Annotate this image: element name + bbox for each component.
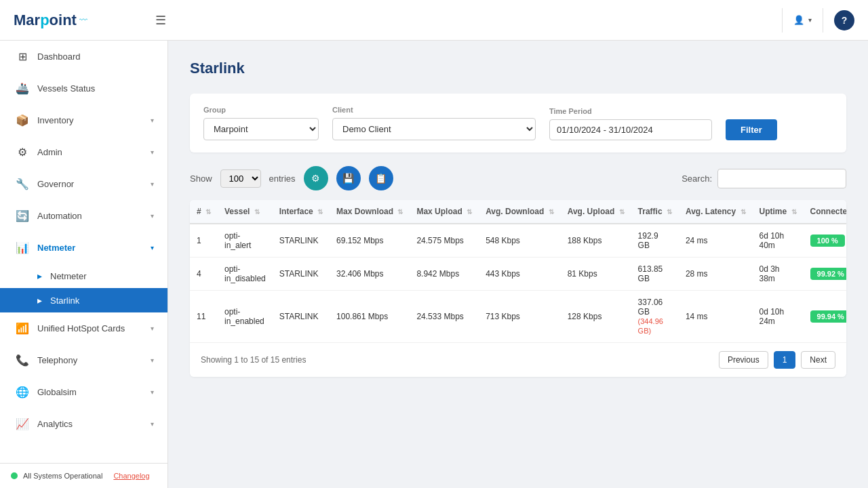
- cell-traffic: 192.9 GB: [631, 224, 679, 258]
- sidebar-item-admin[interactable]: ⚙ Admin ▾: [0, 136, 167, 168]
- entries-select[interactable]: 100 25 50: [220, 169, 261, 188]
- time-period-input[interactable]: [549, 119, 712, 140]
- sidebar-item-dashboard[interactable]: ⊞ Dashboard: [0, 41, 167, 73]
- connected-badge: 100 %: [810, 235, 845, 247]
- table-row: 4 opti-in_disabled STARLINK 32.406 Mbps …: [190, 258, 846, 291]
- col-interface[interactable]: Interface ⇅: [273, 200, 330, 224]
- main-content: Starlink Group Marpoint Client Demo Clie…: [168, 41, 868, 488]
- cell-avg-latency: 14 ms: [679, 291, 753, 343]
- client-filter: Client Demo Client: [332, 106, 536, 140]
- chevron-down-icon: ▾: [151, 148, 154, 156]
- sidebar-sub-item-label: Starlink: [50, 296, 79, 306]
- telephony-icon: 📞: [16, 354, 29, 367]
- sidebar-item-globalsim[interactable]: 🌐 Globalsim ▾: [0, 376, 167, 408]
- cell-avg-latency: 28 ms: [679, 258, 753, 291]
- sidebar-sub-item-netmeter[interactable]: ▸ Netmeter: [0, 264, 167, 288]
- export-icon-button[interactable]: 💾: [336, 166, 361, 190]
- user-icon: 👤: [793, 15, 804, 25]
- cell-avg-upload: 128 Kbps: [561, 291, 631, 343]
- sidebar-item-label: Unified HotSpot Cards: [37, 323, 125, 333]
- sidebar-item-unified-hotspot[interactable]: 📶 Unified HotSpot Cards ▾: [0, 312, 167, 344]
- col-avg-latency[interactable]: Avg. Latency ⇅: [679, 200, 753, 224]
- cell-avg-download: 713 Kbps: [479, 291, 561, 343]
- connected-badge: 99.94 %: [810, 310, 846, 323]
- col-avg-upload[interactable]: Avg. Upload ⇅: [561, 200, 631, 224]
- sidebar-item-label: Netmeter: [37, 243, 75, 253]
- changelog-link[interactable]: Changelog: [113, 472, 149, 480]
- cell-avg-download: 548 Kbps: [479, 224, 561, 258]
- client-label: Client: [332, 106, 536, 114]
- group-filter: Group Marpoint: [203, 106, 319, 140]
- connected-badge: 99.92 %: [810, 268, 846, 280]
- copy-icon-button[interactable]: 📋: [369, 166, 393, 190]
- showing-text: Showing 1 to 15 of 15 entries: [201, 355, 306, 365]
- pagination-row: Showing 1 to 15 of 15 entries Previous 1…: [190, 342, 846, 377]
- vessels-icon: 🚢: [16, 82, 29, 95]
- group-label: Group: [203, 106, 319, 114]
- sidebar-item-vessels-status[interactable]: 🚢 Vessels Status: [0, 73, 167, 104]
- pagination-buttons: Previous 1 Next: [719, 351, 835, 369]
- inventory-icon: 📦: [16, 114, 29, 127]
- col-max-download[interactable]: Max Download ⇅: [330, 200, 410, 224]
- col-uptime[interactable]: Uptime ⇅: [753, 200, 804, 224]
- col-traffic[interactable]: Traffic ⇅: [631, 200, 679, 224]
- cell-connected: 99.92 %: [804, 258, 846, 291]
- cell-connected: 100 %: [804, 224, 846, 258]
- col-avg-download[interactable]: Avg. Download ⇅: [479, 200, 561, 224]
- cell-interface: STARLINK: [273, 291, 330, 343]
- sidebar-item-netmeter[interactable]: 📊 Netmeter ▾: [0, 232, 167, 264]
- col-num[interactable]: # ⇅: [190, 200, 218, 224]
- sidebar-item-label: Telephony: [37, 355, 77, 365]
- globalsim-icon: 🌐: [16, 386, 29, 399]
- cell-avg-latency: 24 ms: [679, 224, 753, 258]
- col-connected[interactable]: Connected% ⇅: [804, 200, 846, 224]
- menu-toggle-icon[interactable]: ☰: [155, 13, 166, 28]
- sidebar-item-analytics[interactable]: 📈 Analytics ▾: [0, 408, 167, 440]
- help-button[interactable]: ?: [834, 10, 854, 30]
- governor-icon: 🔧: [16, 178, 29, 190]
- client-select[interactable]: Demo Client: [332, 118, 536, 140]
- entries-label: entries: [269, 174, 296, 184]
- sidebar-item-telephony[interactable]: 📞 Telephony ▾: [0, 344, 167, 376]
- chevron-down-icon: ▾: [151, 244, 154, 251]
- topbar-right: 👤 ▾ ?: [782, 8, 854, 33]
- user-menu[interactable]: 👤 ▾: [793, 15, 812, 25]
- sidebar-item-governor[interactable]: 🔧 Governor ▾: [0, 168, 167, 200]
- chevron-down-icon: ▾: [151, 420, 154, 428]
- col-vessel[interactable]: Vessel ⇅: [218, 200, 273, 224]
- sidebar-item-inventory[interactable]: 📦 Inventory ▾: [0, 104, 167, 136]
- sub-arrow-icon: ▸: [37, 270, 42, 281]
- sidebar-item-label: Analytics: [37, 419, 73, 429]
- chevron-down-icon: ▾: [151, 325, 154, 332]
- sidebar-item-label: Globalsim: [37, 387, 77, 397]
- search-right: Search:: [682, 169, 846, 188]
- page-number-button[interactable]: 1: [774, 351, 796, 369]
- cell-uptime: 0d 10h 24m: [753, 291, 804, 343]
- sidebar-sub-item-starlink[interactable]: ▸ Starlink: [0, 288, 167, 312]
- settings-icon-button[interactable]: ⚙: [304, 166, 328, 190]
- hotspot-icon: 📶: [16, 322, 29, 335]
- sidebar-item-automation[interactable]: 🔄 Automation ▾: [0, 200, 167, 232]
- data-table: # ⇅ Vessel ⇅ Interface ⇅ Max Download ⇅ …: [190, 200, 846, 342]
- main-layout: ⊞ Dashboard 🚢 Vessels Status 📦 Inventory…: [0, 41, 868, 488]
- table-row: 1 opti-in_alert STARLINK 69.152 Mbps 24.…: [190, 224, 846, 258]
- cell-avg-download: 443 Kbps: [479, 258, 561, 291]
- user-chevron-icon: ▾: [808, 16, 812, 24]
- filter-button[interactable]: Filter: [726, 119, 777, 140]
- sidebar-item-label: Inventory: [37, 115, 73, 125]
- time-period-label: Time Period: [549, 107, 712, 115]
- status-dot: [11, 472, 18, 479]
- search-input[interactable]: [717, 169, 846, 188]
- next-button[interactable]: Next: [801, 351, 835, 369]
- chevron-down-icon: ▾: [151, 357, 154, 364]
- cell-num: 1: [190, 224, 218, 258]
- page-title: Starlink: [190, 60, 846, 77]
- admin-icon: ⚙: [16, 146, 29, 159]
- logo: Marpoint 〰: [14, 12, 87, 29]
- cell-uptime: 0d 3h 38m: [753, 258, 804, 291]
- previous-button[interactable]: Previous: [719, 351, 768, 369]
- group-select[interactable]: Marpoint: [203, 118, 319, 140]
- netmeter-icon: 📊: [16, 241, 29, 254]
- col-max-upload[interactable]: Max Upload ⇅: [410, 200, 479, 224]
- show-label: Show: [190, 174, 212, 184]
